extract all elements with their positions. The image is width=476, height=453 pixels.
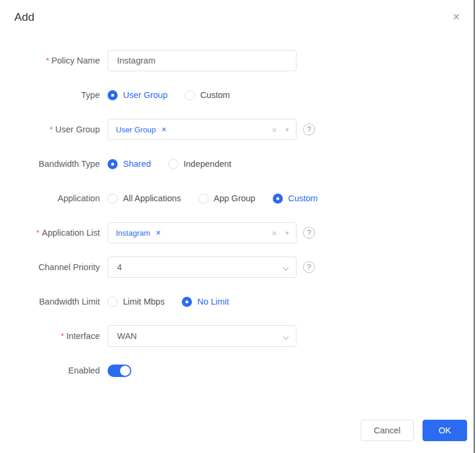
- policy-name-input[interactable]: [108, 50, 297, 71]
- required-asterisk: *: [36, 228, 39, 237]
- application-radio-app-group[interactable]: App Group: [198, 194, 256, 204]
- bandwidth-limit-radio-group: Limit Mbps No Limit: [108, 297, 229, 307]
- required-asterisk: *: [61, 331, 64, 341]
- bandwidth-type-radio-independent[interactable]: Independent: [168, 159, 232, 169]
- dialog-header: Add: [0, 0, 476, 26]
- radio-selected-icon: [108, 159, 118, 169]
- row-policy-name: *Policy Name: [0, 50, 476, 71]
- bandwidth-type-label: Bandwidth Type: [0, 153, 100, 175]
- row-user-group: *User Group User Group ✕ × ▾ ?: [0, 119, 476, 140]
- radio-selected-icon: [182, 297, 192, 307]
- radio-unselected-icon: [108, 194, 118, 204]
- chevron-down-icon: ▾: [285, 126, 289, 133]
- radio-selected-icon: [273, 194, 283, 204]
- user-group-multiselect[interactable]: User Group ✕ × ▾: [108, 119, 297, 140]
- bandwidth-limit-radio-no-limit[interactable]: No Limit: [182, 297, 229, 307]
- channel-priority-label: Channel Priority: [0, 256, 100, 278]
- required-asterisk: *: [50, 125, 53, 134]
- radio-unselected-icon: [108, 297, 118, 307]
- enabled-label: Enabled: [0, 360, 100, 381]
- chevron-down-icon: ▾: [285, 230, 289, 236]
- radio-unselected-icon: [198, 194, 209, 204]
- clear-icon[interactable]: ×: [272, 227, 277, 239]
- cancel-button[interactable]: Cancel: [361, 420, 414, 441]
- required-asterisk: *: [46, 56, 49, 65]
- tag-remove-icon[interactable]: ✕: [161, 126, 166, 133]
- row-interface: *Interface WAN: [0, 325, 476, 347]
- interface-label: *Interface: [0, 325, 100, 347]
- application-radio-custom[interactable]: Custom: [273, 194, 318, 204]
- application-label: Application: [0, 188, 100, 209]
- user-group-help-icon[interactable]: ?: [303, 123, 315, 135]
- bandwidth-type-radio-shared[interactable]: Shared: [108, 159, 151, 169]
- user-group-tag: User Group ✕: [116, 125, 166, 134]
- type-label: Type: [0, 84, 100, 106]
- application-list-tag: Instagram ✕: [116, 229, 161, 237]
- row-bandwidth-limit: Bandwidth Limit Limit Mbps No Limit: [0, 291, 476, 312]
- application-list-help-icon[interactable]: ?: [303, 227, 315, 239]
- add-policy-dialog: Add ✕ *Policy Name Type User Group: [0, 0, 476, 453]
- policy-name-label: *Policy Name: [0, 50, 100, 71]
- row-bandwidth-type: Bandwidth Type Shared Independent: [0, 153, 476, 175]
- type-radio-group: User Group Custom: [108, 90, 230, 100]
- row-enabled: Enabled: [0, 360, 476, 381]
- radio-unselected-icon: [185, 90, 195, 100]
- bandwidth-type-radio-group: Shared Independent: [108, 159, 231, 169]
- channel-priority-select[interactable]: 4: [108, 256, 297, 278]
- row-application-list: *Application List Instagram ✕ × ▾ ?: [0, 222, 476, 243]
- row-type: Type User Group Custom: [0, 84, 476, 106]
- application-list-multiselect[interactable]: Instagram ✕ × ▾: [108, 222, 297, 243]
- close-button[interactable]: ✕: [450, 11, 463, 24]
- chevron-down-icon: [282, 264, 289, 275]
- row-channel-priority: Channel Priority 4 ?: [0, 256, 476, 278]
- row-application: Application All Applications App Group C…: [0, 188, 476, 209]
- bandwidth-limit-label: Bandwidth Limit: [0, 291, 100, 312]
- application-list-label: *Application List: [0, 222, 100, 243]
- toggle-knob: [120, 366, 130, 376]
- radio-unselected-icon: [168, 159, 178, 169]
- application-radio-group: All Applications App Group Custom: [108, 194, 318, 204]
- clear-icon[interactable]: ×: [272, 124, 277, 135]
- radio-selected-icon: [108, 90, 118, 100]
- interface-select[interactable]: WAN: [108, 325, 297, 347]
- dialog-title: Add: [14, 11, 462, 24]
- close-icon: ✕: [452, 12, 460, 22]
- tag-remove-icon[interactable]: ✕: [156, 230, 161, 236]
- application-radio-all-applications[interactable]: All Applications: [108, 194, 181, 204]
- chevron-down-icon: [282, 333, 289, 344]
- add-policy-form: *Policy Name Type User Group Custom: [0, 50, 476, 381]
- dialog-footer: Cancel OK: [361, 420, 467, 441]
- user-group-label: *User Group: [0, 119, 100, 140]
- type-radio-custom[interactable]: Custom: [185, 90, 230, 100]
- screen-edge-line: [474, 0, 475, 453]
- bandwidth-limit-radio-limit-mbps[interactable]: Limit Mbps: [108, 297, 165, 307]
- enabled-toggle[interactable]: [108, 365, 131, 377]
- ok-button[interactable]: OK: [423, 420, 467, 441]
- channel-priority-help-icon[interactable]: ?: [303, 261, 315, 273]
- type-radio-user-group[interactable]: User Group: [108, 90, 168, 100]
